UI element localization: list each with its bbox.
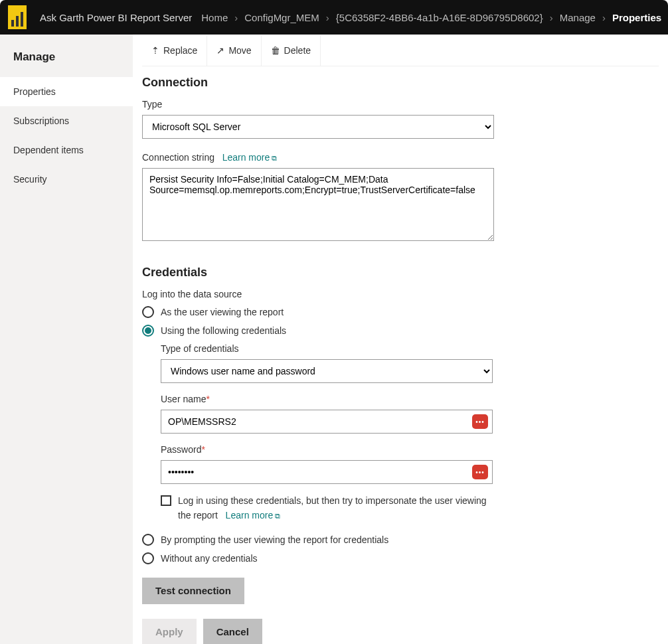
upload-icon: ⇡	[151, 45, 159, 56]
radio-icon	[142, 534, 154, 546]
sidebar-title: Manage	[0, 35, 133, 77]
learn-more-link[interactable]: Learn more⧉	[222, 152, 278, 163]
main-content: ⇡ Replace ↗ Move 🗑 Delete Connection Typ…	[133, 35, 668, 644]
svg-rect-0	[11, 20, 14, 27]
external-icon: ⧉	[272, 154, 277, 162]
server-name: Ask Garth Power BI Report Server	[40, 12, 192, 23]
replace-label: Replace	[163, 45, 197, 56]
type-label: Type	[142, 99, 659, 110]
radio-label: As the user viewing the report	[161, 307, 284, 317]
impersonate-checkbox[interactable]	[161, 495, 171, 506]
password-input-wrap: •••	[161, 460, 493, 484]
replace-button[interactable]: ⇡ Replace	[142, 35, 207, 66]
trash-icon: 🗑	[271, 45, 280, 56]
radio-none[interactable]: Without any credentials	[142, 552, 659, 564]
delete-label: Delete	[284, 45, 311, 56]
move-label: Move	[228, 45, 251, 56]
password-manager-icon[interactable]: •••	[472, 465, 488, 479]
toolbar: ⇡ Replace ↗ Move 🗑 Delete	[142, 35, 659, 66]
top-bar: Ask Garth Power BI Report Server Home › …	[0, 0, 668, 35]
chevron-right-icon: ›	[550, 12, 553, 23]
breadcrumb-link[interactable]: ConfigMgr_MEM	[244, 12, 319, 23]
radio-icon	[142, 306, 154, 318]
cred-type-label: Type of credentials	[161, 343, 659, 354]
breadcrumb-link[interactable]: {5C6358F2-4BB6-4a1b-A16E-8D96795D8602}	[336, 12, 543, 23]
sidebar-item-properties[interactable]: Properties	[0, 77, 133, 106]
radio-using-following[interactable]: Using the following credentials	[142, 325, 659, 337]
test-connection-button[interactable]: Test connection	[142, 578, 244, 604]
svg-rect-2	[21, 12, 23, 27]
password-label: Password*	[161, 444, 659, 455]
apply-button[interactable]: Apply	[142, 619, 197, 644]
sidebar-item-security[interactable]: Security	[0, 165, 133, 194]
learn-more-text: Learn more	[226, 510, 274, 521]
conn-string-label: Connection string Learn more⧉	[142, 152, 659, 163]
conn-string-textarea[interactable]: Persist Security Info=False;Initial Cata…	[142, 168, 494, 241]
move-icon: ↗	[216, 45, 224, 56]
password-input[interactable]	[161, 461, 472, 483]
cred-type-select[interactable]: Windows user name and password	[161, 359, 493, 383]
breadcrumb: Home › ConfigMgr_MEM › {5C6358F2-4BB6-4a…	[201, 12, 661, 23]
type-select[interactable]: Microsoft SQL Server	[142, 115, 494, 139]
credentials-heading: Credentials	[142, 266, 659, 280]
sidebar-item-dependent-items[interactable]: Dependent items	[0, 135, 133, 165]
chevron-right-icon: ›	[602, 12, 606, 23]
credentials-intro: Log into the data source	[142, 289, 659, 299]
impersonate-row: Log in using these credentials, but then…	[161, 493, 493, 523]
radio-as-user[interactable]: As the user viewing the report	[142, 306, 659, 318]
radio-icon	[142, 552, 154, 564]
chevron-right-icon: ›	[326, 12, 329, 23]
radio-label: By prompting the user viewing the report…	[161, 534, 388, 545]
sidebar-item-subscriptions[interactable]: Subscriptions	[0, 106, 133, 135]
conn-string-label-text: Connection string	[142, 152, 214, 163]
pbi-logo-icon	[8, 5, 27, 29]
cancel-button[interactable]: Cancel	[203, 619, 262, 644]
username-label-text: User name	[161, 394, 206, 404]
move-button[interactable]: ↗ Move	[207, 35, 261, 66]
radio-prompt[interactable]: By prompting the user viewing the report…	[142, 534, 659, 546]
learn-more-text: Learn more	[222, 152, 270, 163]
radio-label: Using the following credentials	[161, 325, 286, 336]
chevron-right-icon: ›	[234, 12, 238, 23]
external-icon: ⧉	[275, 512, 280, 520]
password-manager-icon[interactable]: •••	[472, 414, 488, 429]
radio-icon-selected	[142, 325, 154, 337]
impersonate-text: Log in using these credentials, but then…	[178, 493, 493, 523]
radio-label: Without any credentials	[161, 553, 258, 564]
svg-rect-1	[16, 16, 19, 27]
username-input-wrap: •••	[161, 410, 493, 434]
breadcrumb-link[interactable]: Home	[201, 12, 228, 23]
breadcrumb-link[interactable]: Manage	[560, 12, 596, 23]
breadcrumb-current: Properties	[612, 12, 661, 23]
username-label: User name*	[161, 394, 659, 404]
delete-button[interactable]: 🗑 Delete	[262, 35, 321, 66]
connection-heading: Connection	[142, 76, 659, 90]
username-input[interactable]	[161, 410, 472, 433]
password-label-text: Password	[161, 444, 201, 455]
sidebar: Manage Properties Subscriptions Dependen…	[0, 35, 133, 644]
impersonate-label: Log in using these credentials, but then…	[178, 495, 487, 521]
learn-more-link[interactable]: Learn more⧉	[226, 510, 281, 521]
